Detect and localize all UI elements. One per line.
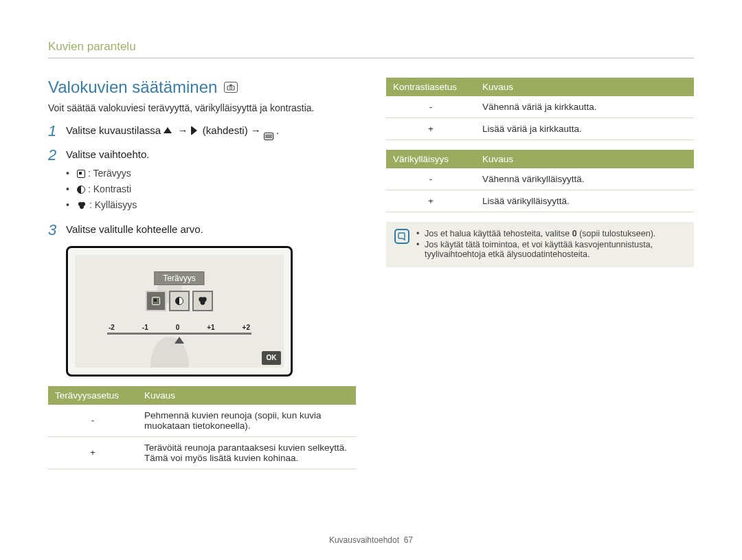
bullet-text: : Kontrasti <box>88 183 131 194</box>
cell-symbol: - <box>48 405 137 437</box>
step-number: 1 <box>48 123 66 139</box>
table-row: + Terävöitä reunoja parantaaksesi kuvien… <box>48 436 356 469</box>
cell-desc: Pehmennä kuvien reunoja (sopii, kun kuvi… <box>137 405 356 437</box>
person-silhouette-icon <box>130 271 212 368</box>
step-body: Valitse vaihtoehto. : Terävyys : Kontras… <box>66 147 149 216</box>
cell-desc: Vähennä väriä ja kirkkautta. <box>475 96 694 118</box>
note-item: Jos et halua käyttää tehosteita, valitse… <box>416 229 686 238</box>
footer-label: Kuvausvaihtoehdot <box>329 535 399 545</box>
table-header: Kontrastiasetus <box>386 78 475 96</box>
sharpness-table: Terävyysasetus Kuvaus - Pehmennä kuvien … <box>48 386 356 469</box>
tick: +1 <box>207 324 214 331</box>
table-header: Kuvaus <box>137 386 356 405</box>
contrast-table: Kontrastiasetus Kuvaus - Vähennä väriä j… <box>386 78 694 140</box>
bullet-saturation: : Kylläisyys <box>66 198 149 214</box>
step-text: (kahdesti) → <box>200 124 264 136</box>
step-arrow: → <box>175 124 190 136</box>
note-item: Jos käytät tätä toimintoa, et voi käyttä… <box>416 240 686 259</box>
step-text: . <box>276 124 279 136</box>
note-icon <box>394 229 409 244</box>
table-row: + Lisää värikylläisyyttä. <box>386 190 694 212</box>
chevron-right-icon <box>191 126 197 135</box>
note-zero: 0 <box>572 229 577 238</box>
cell-desc: Vähennä värikylläisyyttä. <box>475 168 694 190</box>
step-body: Valitse valitulle kohteelle arvo. <box>66 222 203 238</box>
section-title: Valokuvien säätäminen <box>48 78 356 97</box>
cell-symbol: + <box>386 190 475 212</box>
cell-symbol: + <box>386 118 475 140</box>
tick: -1 <box>142 324 148 331</box>
camera-mode-icon <box>224 82 238 93</box>
tick: 0 <box>176 324 180 331</box>
footer-page: 67 <box>404 535 413 545</box>
bullet-contrast: : Kontrasti <box>66 182 149 197</box>
table-row: - Vähennä väriä ja kirkkautta. <box>386 96 694 118</box>
step-body: Valitse kuvaustilassa → (kahdesti) → . <box>66 123 279 140</box>
divider <box>48 58 694 58</box>
step-number: 3 <box>48 222 66 238</box>
cell-desc: Terävöitä reunoja parantaaksesi kuvien s… <box>137 436 356 469</box>
cell-symbol: + <box>48 436 137 469</box>
note-box: Jos et halua käyttää tehosteita, valitse… <box>386 222 694 267</box>
lcd-tab-saturation <box>192 291 213 311</box>
lcd-preview: Terävyys -2 -1 0 +1 +2 <box>66 246 293 377</box>
scale-marker-icon <box>175 337 184 344</box>
lcd-ok-badge: OK <box>262 351 281 365</box>
intro-text: Voit säätää valokuviesi terävyyttä, väri… <box>48 102 356 113</box>
sharpness-icon <box>77 170 85 178</box>
table-row: + Lisää väriä ja kirkkautta. <box>386 118 694 140</box>
bullet-sharpness: : Terävyys <box>66 166 149 181</box>
step-3: 3 Valitse valitulle kohteelle arvo. <box>48 222 356 238</box>
page-footer: Kuvausvaihtoehdot 67 <box>0 535 742 545</box>
menu-icon <box>264 133 273 140</box>
lcd-label: Terävyys <box>154 271 204 285</box>
table-row: - Pehmennä kuvien reunoja (sopii, kun ku… <box>48 405 356 437</box>
cell-desc: Lisää värikylläisyyttä. <box>475 190 694 212</box>
cell-symbol: - <box>386 168 475 190</box>
svg-point-5 <box>80 205 84 209</box>
cell-desc: Lisää väriä ja kirkkautta. <box>475 118 694 140</box>
tick: -2 <box>109 324 115 331</box>
lcd-tab-contrast <box>169 291 190 311</box>
note-text: Jos et halua käyttää tehosteita, valitse <box>425 229 572 238</box>
table-header: Kuvaus <box>475 78 694 96</box>
title-text: Valokuvien säätäminen <box>48 78 217 97</box>
table-header: Värikylläisyys <box>386 150 475 168</box>
svg-point-9 <box>201 300 205 304</box>
bullet-text: : Terävyys <box>88 168 131 179</box>
step-2: 2 Valitse vaihtoehto. : Terävyys : Kontr… <box>48 147 356 216</box>
cell-symbol: - <box>386 96 475 118</box>
saturation-icon <box>77 199 87 214</box>
lcd-scale: -2 -1 0 +1 +2 <box>107 324 251 344</box>
lcd-tab-sharpness <box>146 291 166 311</box>
svg-point-2 <box>230 87 233 89</box>
step-text: Valitse vaihtoehto. <box>66 148 149 160</box>
table-header: Terävyysasetus <box>48 386 137 405</box>
table-header: Kuvaus <box>475 150 694 168</box>
saturation-table: Värikylläisyys Kuvaus - Vähennä värikyll… <box>386 150 694 212</box>
tick: +2 <box>243 324 250 331</box>
table-row: - Vähennä värikylläisyyttä. <box>386 168 694 190</box>
svg-rect-1 <box>229 85 232 86</box>
up-triangle-icon <box>164 127 172 133</box>
note-text: (sopii tulostukseen). <box>577 229 656 238</box>
contrast-icon <box>77 186 85 194</box>
step-number: 2 <box>48 147 66 164</box>
breadcrumb: Kuvien parantelu <box>48 40 694 54</box>
step-text: Valitse kuvaustilassa <box>66 124 164 136</box>
bullet-text: : Kylläisyys <box>89 199 137 210</box>
step-1: 1 Valitse kuvaustilassa → (kahdesti) → . <box>48 123 356 140</box>
